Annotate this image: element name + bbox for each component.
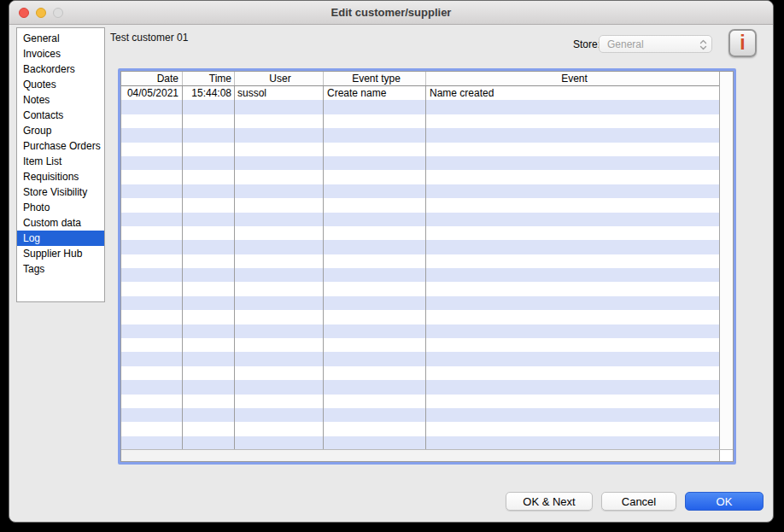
cell-date [121,128,183,142]
cell-time: 15:44:08 [183,86,235,100]
column-header-date[interactable]: Date [121,72,183,85]
cell-user [235,296,324,310]
sidebar-item-tags[interactable]: Tags [17,261,104,277]
table-body[interactable]: 04/05/202115:44:08sussolCreate nameName … [121,86,719,449]
sidebar-item-supplier-hub[interactable]: Supplier Hub [17,246,104,261]
column-header-event-type[interactable]: Event type [324,72,426,85]
cell-user [235,338,324,352]
cell-event [426,198,719,212]
ok-next-button[interactable]: OK & Next [506,492,593,511]
cell-date [121,143,183,156]
empty-row [121,436,719,449]
column-header-event[interactable]: Event [426,72,719,85]
cell-event: Name created [426,86,719,100]
column-header-time[interactable]: Time [183,72,235,85]
cell-date [121,296,183,310]
cell-time [183,436,235,449]
empty-row [121,143,719,156]
cell-user [235,226,324,240]
empty-row [121,380,719,394]
sidebar-item-requisitions[interactable]: Requisitions [17,169,104,184]
empty-row [121,128,719,142]
sidebar-item-backorders[interactable]: Backorders [17,61,104,77]
empty-row [121,268,719,282]
window-title: Edit customer/supplier [331,6,452,19]
cell-event [426,114,719,128]
cell-time [183,170,235,184]
cell-event-type [324,352,426,365]
cell-event-type [324,100,426,114]
cell-date: 04/05/2021 [121,86,183,100]
customer-name-label: Test customer 01 [110,32,188,44]
vertical-scrollbar[interactable] [719,72,733,449]
cell-date [121,408,183,422]
column-header-user[interactable]: User [235,72,324,85]
cell-event [426,380,719,394]
cell-event-type: Create name [324,86,426,100]
cell-event-type [324,282,426,295]
cancel-button[interactable]: Cancel [601,492,676,511]
sidebar-item-group[interactable]: Group [17,123,104,138]
cell-user [235,100,324,114]
sidebar-item-quotes[interactable]: Quotes [17,77,104,92]
close-icon[interactable] [19,8,29,18]
store-select[interactable]: General [599,35,712,53]
cell-event-type [324,114,426,128]
empty-row [121,114,719,128]
cell-event [426,282,719,295]
cell-user [235,184,324,198]
sidebar-item-custom-data[interactable]: Custom data [17,215,104,231]
empty-row [121,296,719,310]
cell-event [426,156,719,170]
cell-time [183,380,235,394]
sidebar-item-item-list[interactable]: Item List [17,154,104,169]
empty-row [121,254,719,268]
cell-event-type [324,156,426,170]
cell-time [183,254,235,268]
horizontal-scrollbar[interactable] [121,450,719,461]
sidebar-item-notes[interactable]: Notes [17,92,104,108]
cell-date [121,282,183,295]
cell-user [235,436,324,449]
empty-row [121,366,719,380]
sidebar-item-general[interactable]: General [17,31,104,46]
cell-event-type [324,170,426,184]
empty-row [121,408,719,422]
sidebar-item-contacts[interactable]: Contacts [17,108,104,123]
cell-time [183,128,235,142]
cell-time [183,213,235,226]
cell-event-type [324,184,426,198]
cell-date [121,184,183,198]
cell-time [183,100,235,114]
sidebar-item-store-visibility[interactable]: Store Visibility [17,184,104,200]
minimize-icon[interactable] [36,8,46,18]
cell-user [235,128,324,142]
cell-time [183,184,235,198]
cell-time [183,240,235,254]
cell-event [426,310,719,324]
cell-user [235,352,324,365]
cell-event-type [324,324,426,338]
cell-event [426,170,719,184]
zoom-icon[interactable] [53,8,63,18]
sidebar-item-log[interactable]: Log [17,231,104,246]
cell-event-type [324,422,426,436]
cell-time [183,143,235,156]
cell-event [426,366,719,380]
cell-date [121,226,183,240]
sidebar-item-invoices[interactable]: Invoices [17,46,104,61]
sidebar-item-photo[interactable]: Photo [17,200,104,215]
cell-time [183,226,235,240]
log-table-row[interactable]: 04/05/202115:44:08sussolCreate nameName … [121,86,719,100]
cell-event [426,408,719,422]
log-table: DateTimeUserEvent typeEvent 04/05/202115… [118,68,736,465]
empty-row [121,156,719,170]
window-titlebar[interactable]: Edit customer/supplier [9,1,773,25]
cell-date [121,268,183,282]
cell-event [426,213,719,226]
scrollbar-corner [719,450,733,461]
cell-date [121,170,183,184]
ok-button[interactable]: OK [685,492,764,511]
info-button[interactable]: i [728,29,757,57]
sidebar-item-purchase-orders[interactable]: Purchase Orders [17,138,104,154]
